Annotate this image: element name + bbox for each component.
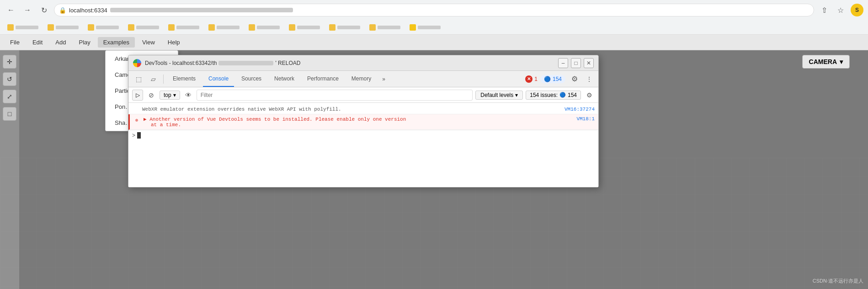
camera-label: CAMERA [809,58,837,65]
console-line-source-webxr[interactable]: VM16:37274 [564,107,595,112]
devtools-minimize-button[interactable]: – [558,58,568,68]
menu-view[interactable]: View [137,37,160,48]
bookmark-item[interactable] [246,23,282,32]
console-line-vue-error: ⊗ ▶ Another version of Vue Devtools seem… [128,114,598,130]
menu-file[interactable]: File [5,37,25,48]
camera-button[interactable]: CAMERA ▾ [802,55,850,69]
console-sidebar-button[interactable]: ▷ [132,90,143,101]
browser-chrome: ← → ↻ 🔒 localhost:6334 ⇧ ☆ S [0,0,868,35]
context-value: top [164,92,171,98]
console-toolbar: ▷ ⊘ top ▾ 👁 Default levels ▾ 154 issues:… [128,87,598,103]
devtools-titlebar: DevTools - localhost:63342/th' RELOAD – … [128,55,598,71]
bookmarks-bar [0,20,868,35]
warning-count: 154 [553,76,562,82]
error-count: 1 [534,76,538,82]
console-error-text: ▶ Another version of Vue Devtools seems … [144,116,573,128]
menu-edit[interactable]: Edit [27,37,48,48]
eye-filter-button[interactable]: 👁 [183,90,194,101]
tab-console[interactable]: Console [203,71,234,87]
bookmark-item[interactable] [407,23,443,32]
bookmark-item[interactable] [165,23,202,32]
bookmark-item[interactable] [286,23,323,32]
tab-network[interactable]: Network [269,71,300,87]
address-bar[interactable]: 🔒 localhost:6334 [54,4,814,16]
bookmark-item[interactable] [5,23,41,32]
console-line-text: WebXR emulator extension overrides nativ… [142,107,561,112]
devtools-close-button[interactable]: ✕ [584,58,594,68]
left-toolbar: ✛ ↺ ⤢ □ [0,50,19,289]
bookmark-button[interactable]: ☆ [834,4,847,16]
back-button[interactable]: ← [5,4,17,16]
error-circle-icon: ⊗ [133,117,140,123]
select-tool-button[interactable]: □ [3,107,16,121]
issues-count: 154 [568,92,577,98]
console-line-webxr: WebXR emulator extension overrides nativ… [128,105,598,114]
bookmark-item[interactable] [125,23,162,32]
prompt-arrow-icon: > [132,132,135,139]
menu-add[interactable]: Add [50,37,71,48]
error-badge[interactable]: ✕ 1 [525,75,538,83]
refresh-button[interactable]: ↻ [37,4,50,16]
bookmark-item[interactable] [85,23,122,32]
bookmark-item[interactable] [206,23,242,32]
console-prompt-area[interactable]: > [128,130,598,140]
menu-help[interactable]: Help [162,37,186,48]
devtools-title: DevTools - localhost:63342/th' RELOAD [145,60,554,66]
warning-badge[interactable]: 🔵 154 [540,75,565,83]
issues-text: 154 issues: [530,92,558,98]
menu-play[interactable]: Play [74,37,96,48]
error-count-circle: ✕ [525,75,533,83]
bookmark-item[interactable] [45,23,81,32]
secure-icon: 🔒 [59,7,66,14]
devtools-more-button[interactable]: ⋮ [584,74,595,85]
warning-icon: 🔵 [544,76,551,82]
move-tool-button[interactable]: ✛ [3,55,16,69]
tab-performance[interactable]: Performance [302,71,344,87]
tab-separator [163,75,164,84]
issues-icon: 🔵 [559,92,566,98]
issues-badge[interactable]: 154 issues: 🔵 154 [526,91,581,100]
console-settings-button[interactable]: ⚙ [584,90,595,101]
devtools-badges: ✕ 1 🔵 154 ⚙ ⋮ [525,73,595,86]
levels-label: Default levels [480,92,513,98]
devtools-restore-button[interactable]: □ [571,58,581,68]
prompt-cursor [137,132,141,139]
devtools-window-controls: – □ ✕ [558,58,594,68]
console-line-source-vue[interactable]: VM18:1 [576,116,595,122]
filter-input[interactable] [197,90,473,101]
console-output: WebXR emulator extension overrides nativ… [128,103,598,187]
share-button[interactable]: ⇧ [818,4,831,16]
app-menubar: File Edit Add Play Examples View Help [0,35,868,50]
devtools-settings-button[interactable]: ⚙ [568,73,581,86]
address-text: localhost:6334 [69,7,107,14]
devtools-device-icon[interactable]: ▱ [147,73,160,86]
forward-button[interactable]: → [21,4,34,16]
devtools-tabbar: ⬚ ▱ Elements Console Sources Network Per… [128,71,598,87]
browser-toolbar: ← → ↻ 🔒 localhost:6334 ⇧ ☆ S [0,0,868,20]
context-dropdown-icon: ▾ [173,92,176,98]
context-selector[interactable]: top ▾ [160,91,180,100]
scale-tool-button[interactable]: ⤢ [3,90,16,103]
console-clear-button[interactable]: ⊘ [146,90,157,101]
levels-chevron-icon: ▾ [515,92,518,98]
tab-memory[interactable]: Memory [346,71,377,87]
bookmark-item[interactable] [326,23,363,32]
rotate-tool-button[interactable]: ↺ [3,72,16,86]
watermark: CSDN·道不远行亦是人 [813,278,863,284]
devtools-panel: DevTools - localhost:63342/th' RELOAD – … [128,55,599,187]
app-area: ✛ ↺ ⤢ □ Arkanoid Camera Partic… Pon… Sha… [0,50,868,289]
chrome-logo [133,59,141,67]
camera-dropdown-icon: ▾ [840,58,843,65]
devtools-inspect-icon[interactable]: ⬚ [132,73,145,86]
tab-sources[interactable]: Sources [236,71,267,87]
more-tabs-button[interactable]: » [378,76,389,82]
levels-selector[interactable]: Default levels ▾ [475,91,523,100]
bookmark-item[interactable] [367,23,403,32]
extension-button[interactable]: S [851,4,863,16]
tab-elements[interactable]: Elements [167,71,201,87]
menu-examples[interactable]: Examples [98,37,135,48]
